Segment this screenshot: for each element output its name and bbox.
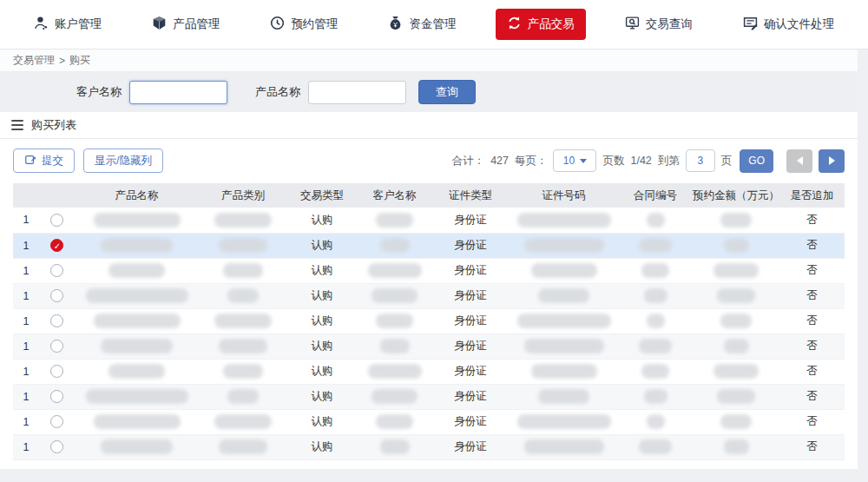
nav-item-account-management[interactable]: 账户管理 — [23, 9, 113, 40]
breadcrumb-parent[interactable]: 交易管理 — [13, 53, 55, 68]
box-icon — [152, 16, 167, 33]
radio-button[interactable] — [50, 415, 63, 428]
redacted-cell — [74, 409, 200, 434]
redacted-value — [101, 439, 173, 454]
radio-cell — [39, 233, 74, 258]
table-row: 1认购身份证否 — [13, 359, 845, 384]
nav-item-transaction-query[interactable]: 交易查询 — [614, 9, 704, 40]
redacted-value — [101, 238, 173, 253]
redacted-cell — [618, 409, 693, 434]
radio-button[interactable] — [50, 214, 63, 227]
radio-button[interactable] — [50, 289, 63, 302]
redacted-value — [219, 439, 267, 454]
column-header-empty — [39, 183, 74, 208]
next-page-button[interactable] — [819, 149, 845, 173]
redacted-value — [227, 288, 259, 303]
prev-page-button[interactable] — [786, 149, 812, 173]
redacted-value — [517, 414, 611, 429]
value-cell: 否 — [779, 208, 845, 233]
redacted-value — [524, 339, 604, 353]
value-cell: 认购 — [286, 233, 358, 258]
value-cell: 否 — [779, 258, 845, 283]
redacted-value — [372, 288, 418, 303]
redacted-value — [94, 414, 181, 429]
redacted-value — [647, 213, 665, 228]
value-cell: 身份证 — [431, 308, 510, 333]
row-number-cell: 1 — [13, 333, 39, 359]
redacted-cell — [200, 233, 286, 258]
redacted-cell — [510, 233, 618, 258]
radio-cell — [39, 359, 74, 384]
redacted-value — [644, 389, 667, 404]
redacted-value — [724, 339, 749, 353]
nav-item-fund-management[interactable]: 资金管理 — [377, 9, 467, 40]
redacted-value — [108, 364, 165, 379]
redacted-cell — [74, 434, 200, 459]
redacted-value — [713, 364, 759, 379]
total-value: 427 — [490, 155, 509, 167]
table-row: 1认购身份证否 — [13, 258, 845, 283]
goto-page-input[interactable] — [686, 149, 715, 172]
row-number-cell: 1 — [13, 233, 39, 258]
document-edit-icon — [743, 16, 758, 33]
radio-button[interactable] — [50, 314, 63, 327]
redacted-cell — [693, 359, 779, 384]
go-button[interactable]: GO — [740, 149, 773, 173]
per-page-label: 每页： — [515, 154, 548, 168]
value-cell: 否 — [779, 233, 845, 258]
redacted-value — [227, 389, 259, 404]
value-cell: 认购 — [286, 208, 358, 233]
radio-cell — [39, 258, 74, 283]
value-cell: 否 — [779, 283, 845, 308]
redacted-cell — [200, 258, 286, 283]
purchase-list-card: 购买列表 提交 显示/隐藏列 合计： 427 每页： 10 页数 1/42 到第 — [0, 112, 858, 469]
redacted-cell — [358, 208, 431, 233]
chevron-right-icon — [829, 156, 835, 165]
radio-button[interactable] — [50, 340, 63, 353]
nav-item-label: 预约管理 — [291, 17, 338, 32]
value-cell: 认购 — [286, 434, 358, 459]
radio-button[interactable] — [50, 365, 63, 378]
value-cell: 否 — [779, 434, 845, 459]
redacted-cell — [693, 208, 779, 233]
product-name-input[interactable] — [308, 81, 406, 104]
redacted-value — [223, 364, 263, 379]
value-cell: 身份证 — [431, 333, 510, 359]
redacted-cell — [358, 283, 431, 308]
nav-item-label: 交易查询 — [646, 17, 693, 32]
per-page-select[interactable]: 10 — [553, 149, 596, 172]
customer-name-input[interactable] — [129, 81, 227, 104]
redacted-value — [647, 314, 665, 328]
radio-button-checked[interactable] — [50, 239, 63, 252]
nav-item-product-management[interactable]: 产品管理 — [141, 9, 231, 40]
page-unit-label: 页 — [721, 154, 733, 168]
radio-button[interactable] — [50, 440, 63, 453]
redacted-value — [641, 364, 669, 379]
redacted-value — [368, 263, 422, 278]
redacted-value — [108, 263, 165, 278]
query-button[interactable]: 查询 — [418, 80, 476, 104]
purchase-table: 产品名称产品类别交易类型客户名称证件类型证件号码合同编号预约金额（万元）是否追加… — [13, 183, 845, 460]
redacted-cell — [510, 333, 618, 359]
value-cell: 否 — [779, 308, 845, 333]
column-header: 证件类型 — [431, 183, 510, 208]
redacted-cell — [693, 384, 779, 409]
pages-label: 页数 — [602, 154, 624, 168]
nav-item-confirm-file-processing[interactable]: 确认文件处理 — [732, 9, 845, 40]
redacted-value — [647, 414, 665, 429]
radio-button[interactable] — [50, 390, 63, 403]
redacted-cell — [358, 359, 431, 384]
toggle-columns-button[interactable]: 显示/隐藏列 — [83, 149, 163, 173]
redacted-cell — [618, 233, 693, 258]
redacted-cell — [200, 384, 286, 409]
radio-cell — [39, 333, 74, 359]
redacted-cell — [200, 434, 286, 459]
redacted-cell — [693, 409, 779, 434]
radio-button[interactable] — [50, 264, 63, 277]
breadcrumb-separator: > — [59, 55, 65, 67]
list-title: 购买列表 — [31, 117, 76, 133]
submit-button[interactable]: 提交 — [13, 149, 75, 173]
nav-item-reservation-management[interactable]: 预约管理 — [259, 9, 349, 40]
nav-item-product-trading[interactable]: 产品交易 — [496, 9, 586, 40]
value-cell: 认购 — [286, 409, 358, 434]
